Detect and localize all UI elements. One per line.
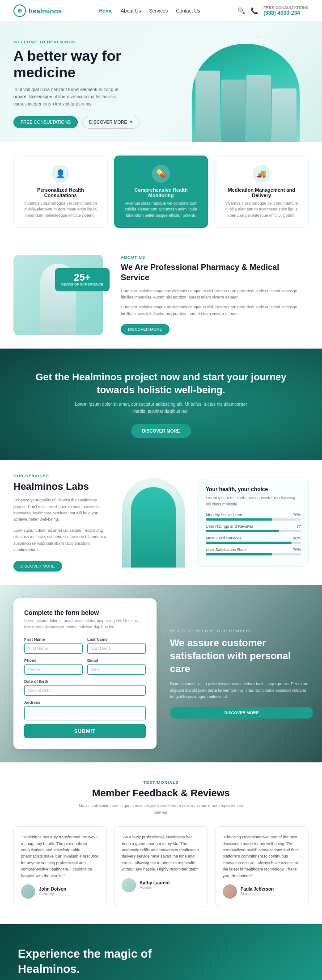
about-image [13,255,103,335]
author-info-1: Kathy Laurent Admin [140,880,169,890]
magic-title: Experience the magic of Healminos. [18,946,152,977]
stat-label-0: Monthly Active Users 70% [206,513,301,517]
testimonial-author-1: Kathy Laurent Admin [122,878,200,892]
about-discover-button[interactable]: DISCOVER MORE [121,324,169,335]
dob-label: Date of Birth [24,679,146,684]
testimonials-subtitle: Massa solicitudin read is quam risus ali… [72,803,250,816]
cta-banner: Get the Healminos project now and start … [0,349,322,460]
about-image-wrap: 25+ YEARS OF EXPERIENCE [13,255,112,335]
about-tag: ABOUT US [121,255,309,260]
stat-label-1: User Ratings and Reviews 77 [206,524,301,529]
avatar-image-2 [223,884,237,899]
person-1 [195,71,220,142]
logo[interactable]: ⊕ healminos [13,4,62,17]
logo-icon: ⊕ [13,4,26,17]
nav-contact[interactable]: Contact Us [176,8,200,13]
labs-desc-1: Enhance your quality of life with the He… [13,497,109,523]
last-name-input[interactable] [87,643,146,654]
form-right-title: We assure customer satisfaction with per… [170,637,313,675]
avatar-1 [122,878,136,892]
testimonials-tag: TESTIMONIALS [13,780,309,785]
form-row-names: First Name Last Name [24,637,146,654]
hero-circle-bg [192,44,300,142]
stat-row-1: User Ratings and Reviews 77 [206,524,301,532]
service-desc-2: Vivamus class natoque vel condimentum cu… [222,201,301,219]
nav-services[interactable]: Services [149,8,168,13]
form-row-contact: Phone Email [24,658,146,675]
testimonial-quote-1: "As a busy professional, Healminos has b… [122,834,200,872]
avatar-image-1 [122,878,136,892]
search-icon[interactable]: 🔍 [237,7,245,14]
service-card-0[interactable]: 👤 Personalized Health Consultations Viva… [13,156,108,228]
labs-discover-button[interactable]: DISCOVER MORE [13,561,62,572]
dob-input[interactable] [24,685,146,696]
labs-right-sub: Lorem ipsum dolor sit amet consectetur a… [206,495,301,507]
hero-buttons: FREE CONSULTATIONS DISCOVER MORE ▼ [13,116,183,129]
hero-image: ▶ [192,44,309,142]
testimonials-section: TESTIMONIALS Member Feedback & Reviews M… [0,762,322,924]
cta-button[interactable]: DISCOVER MORE [131,424,191,438]
chevron-down-icon: ▼ [129,120,133,124]
testimonials-row: "Healminos has truly transformed the way… [13,826,309,906]
address-input[interactable] [24,706,146,720]
hero-consult-button[interactable]: FREE CONSULTATIONS [13,116,78,128]
cta-content: Get the Healminos project now and start … [18,371,304,438]
submit-button[interactable]: SUBMIT [24,724,146,738]
navigation: ⊕ healminos Home About Us Services Conta… [0,0,322,22]
labs-title: Healminos Labs [13,481,109,492]
first-name-group: First Name [24,637,83,654]
testimonial-author-0: John Dotson Attorney [21,884,99,899]
first-name-input[interactable] [24,643,83,654]
nav-phone[interactable]: (888) 4000-234 [263,10,309,16]
labs-tag: OUR SERVICES [13,474,109,478]
service-card-1[interactable]: 💊 Comprehensive Health Monitoring Vivamu… [114,156,208,228]
stat-bar-3 [206,553,301,555]
service-title-2: Medication Management and Delivery [222,187,301,198]
about-desc-1: Curabitur sodales magna ac dictumst cong… [121,288,309,301]
author-role-2: Scientist [241,892,274,896]
hero-discover-button[interactable]: DISCOVER MORE ▼ [82,116,140,129]
magic-banner: Experience the magic of Healminos. Sodal… [0,924,322,980]
form-right-button[interactable]: DISCOVER MORE [170,707,313,719]
nav-home[interactable]: Home [99,8,113,13]
stat-row-3: User Satisfaction Rate 70% [206,547,301,555]
form-right-tag: READY TO BECOME OUR MEMBER? [170,629,313,633]
stat-fill-1 [206,530,279,532]
person-2 [221,80,246,142]
labs-doctor-image [118,478,189,568]
person-4 [272,88,297,142]
address-label: Address [24,700,146,705]
service-desc-1: Vivamus class natoque vel condimentum cu… [122,201,201,219]
hero-subtitle: In ut volutpat nulla habitant turpis ele… [13,86,130,108]
nav-free-label: FREE CONSULTATIONS [263,5,309,10]
stat-row-2: Most Used Services 90% [206,536,301,544]
email-input[interactable] [87,664,146,675]
form-right-desc: Diam dictumst scit in pellentesque conse… [170,681,313,700]
author-info-2: Paula Jefferson Scientist [241,887,274,896]
address-group: Address [24,700,146,720]
dob-group: Date of Birth [24,679,146,696]
contact-form: Complete the form below Lorem ipsum dolo… [13,598,157,749]
avatar-2 [223,884,237,899]
form-right-content: READY TO BECOME OUR MEMBER? We assure cu… [170,585,322,762]
author-role-1: Admin [140,885,169,890]
form-subtitle: Lorem ipsum dolor sit amet, consectetur … [24,618,146,630]
magic-overlay [165,924,322,980]
service-card-2[interactable]: 🚚 Medication Management and Delivery Viv… [214,156,309,228]
last-name-label: Last Name [87,637,146,642]
labs-left: OUR SERVICES Healminos Labs Enhance your… [13,474,109,572]
stat-label-3: User Satisfaction Rate 70% [206,547,301,552]
services-section: 👤 Personalized Health Consultations Viva… [0,142,322,242]
hero-people [192,71,300,142]
nav-about[interactable]: About Us [121,8,141,13]
testimonial-1: "As a busy professional, Healminos has b… [114,826,208,906]
cta-subtitle: Lorem ipsum dolor sit amet, consectetur … [72,401,250,415]
phone-group: Phone [24,658,83,675]
exp-label: YEARS OF EXPERIENCE [61,282,103,287]
author-info-0: John Dotson Attorney [39,887,66,896]
service-title-0: Personalized Health Consultations [21,187,100,198]
stat-fill-3 [206,553,272,555]
testimonial-2: "Choosing Healminos was one of the best … [215,826,309,906]
form-title: Complete the form below [24,609,146,616]
phone-input[interactable] [24,664,83,675]
